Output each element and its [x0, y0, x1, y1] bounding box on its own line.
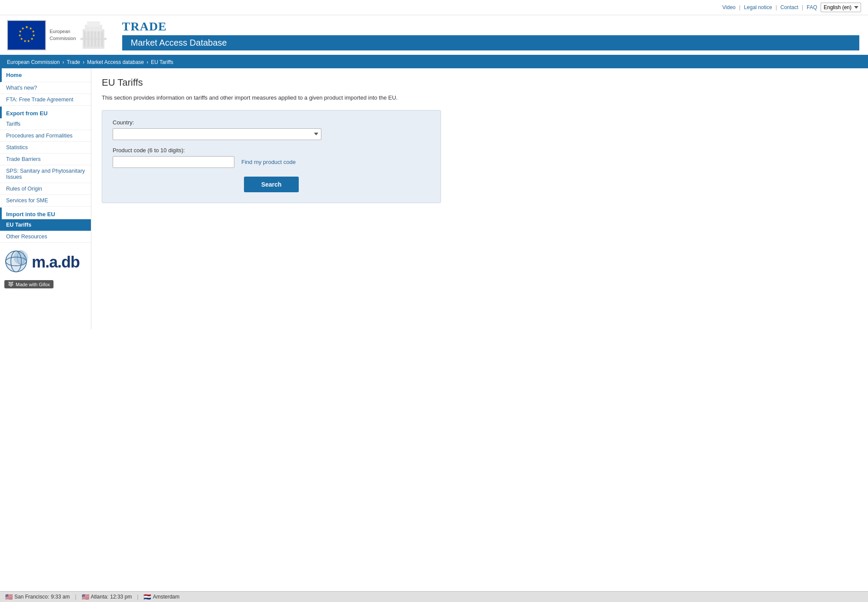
sidebar-item-procedures[interactable]: Procedures and Formalities	[0, 130, 91, 142]
globe-icon	[4, 250, 28, 275]
sep1: |	[739, 4, 741, 10]
madb-logo: m.a.db	[4, 250, 80, 275]
ec-text: European Commission	[50, 28, 76, 42]
search-btn-row: Search	[113, 177, 430, 192]
sidebar-item-sme[interactable]: Services for SME	[0, 195, 91, 207]
building-graphic	[80, 20, 107, 50]
product-code-label: Product code (6 to 10 digits):	[113, 147, 430, 154]
search-form: Country: Product code (6 to 10 digits): …	[102, 110, 441, 203]
svg-rect-20	[94, 31, 96, 47]
svg-rect-18	[87, 31, 89, 47]
find-code-link[interactable]: Find my product code	[241, 159, 296, 165]
gifox-badge: 🐺 Made with Gifox	[4, 280, 53, 288]
sidebar-item-whats-new[interactable]: What's new?	[0, 82, 91, 94]
sidebar-item-tariffs[interactable]: Tariffs	[0, 118, 91, 130]
sidebar-item-trade-barriers[interactable]: Trade Barriers	[0, 154, 91, 165]
svg-text:★: ★	[18, 33, 21, 37]
header-title-area: TRADE Market Access Database	[114, 15, 868, 55]
language-select[interactable]: English (en)	[821, 3, 861, 12]
logo-area: ★ ★ ★ ★ ★ ★ ★ ★ ★ ★ ★ ★ European Commiss…	[0, 15, 114, 55]
svg-rect-17	[84, 31, 86, 47]
product-code-input[interactable]	[113, 156, 234, 168]
breadcrumb-trade[interactable]: Trade	[67, 59, 80, 65]
svg-text:★: ★	[23, 39, 27, 43]
svg-text:★: ★	[21, 27, 24, 30]
madb-subtitle: Market Access Database	[122, 35, 859, 50]
page-description: This section provides information on tar…	[102, 94, 858, 102]
top-bar: Video | Legal notice | Contact | FAQ Eng…	[0, 0, 868, 15]
ec-label2: Commission	[50, 35, 76, 42]
country-select[interactable]	[113, 128, 321, 140]
breadcrumb-current: EU Tariffs	[151, 59, 174, 65]
sep2: |	[775, 4, 777, 10]
content-area: EU Tariffs This section provides informa…	[91, 68, 868, 329]
svg-rect-15	[87, 21, 100, 27]
breadcrumb: European Commission › Trade › Market Acc…	[0, 56, 868, 68]
sidebar-export-header: Export from EU	[0, 107, 91, 118]
sep3: |	[802, 4, 803, 10]
contact-link[interactable]: Contact	[781, 4, 798, 10]
madb-text: m.a.db	[32, 253, 80, 271]
svg-text:★: ★	[25, 25, 28, 29]
sidebar: Home What's new? FTA: Free Trade Agreeme…	[0, 68, 91, 329]
svg-rect-19	[91, 31, 93, 47]
svg-text:★: ★	[32, 30, 35, 33]
search-button[interactable]: Search	[244, 177, 299, 192]
svg-text:★: ★	[27, 39, 30, 43]
sidebar-item-sps[interactable]: SPS: Sanitary and Phytosanitary Issues	[0, 165, 91, 183]
country-row: Country:	[113, 119, 430, 140]
product-code-row: Product code (6 to 10 digits): Find my p…	[113, 147, 430, 168]
eu-flag: ★ ★ ★ ★ ★ ★ ★ ★ ★ ★ ★ ★	[7, 20, 46, 50]
faq-link[interactable]: FAQ	[807, 4, 817, 10]
ec-label1: European	[50, 28, 76, 35]
svg-point-27	[14, 251, 28, 264]
sidebar-logo-area: m.a.db 🐺 Made with Gifox	[0, 243, 91, 295]
breadcrumb-ec[interactable]: European Commission	[7, 59, 60, 65]
svg-rect-22	[101, 31, 103, 47]
breadcrumb-madb[interactable]: Market Access database	[87, 59, 144, 65]
sidebar-item-rules-origin[interactable]: Rules of Origin	[0, 183, 91, 195]
svg-text:★: ★	[30, 37, 33, 41]
page-title: EU Tariffs	[102, 77, 858, 88]
sidebar-item-fta[interactable]: FTA: Free Trade Agreement	[0, 94, 91, 106]
svg-rect-21	[98, 31, 100, 47]
video-link[interactable]: Video	[722, 4, 735, 10]
header: ★ ★ ★ ★ ★ ★ ★ ★ ★ ★ ★ ★ European Commiss…	[0, 15, 868, 56]
trade-title: TRADE	[122, 20, 859, 33]
sidebar-item-statistics[interactable]: Statistics	[0, 142, 91, 154]
legal-link[interactable]: Legal notice	[744, 4, 772, 10]
main-layout: Home What's new? FTA: Free Trade Agreeme…	[0, 68, 868, 329]
sidebar-item-other-resources[interactable]: Other Resources	[0, 231, 91, 243]
sidebar-item-eu-tariffs[interactable]: EU Tariffs	[0, 219, 91, 231]
sidebar-item-home[interactable]: Home	[0, 68, 91, 82]
svg-text:★: ★	[20, 37, 23, 41]
product-code-input-row: Find my product code	[113, 156, 430, 168]
country-label: Country:	[113, 119, 430, 126]
sidebar-import-header: Import into the EU	[0, 207, 91, 219]
